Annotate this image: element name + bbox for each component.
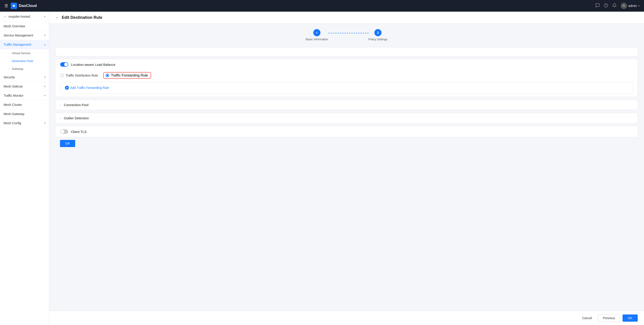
sidebar-item-destination-rule[interactable]: — Destination Rule: [0, 57, 49, 65]
sidebar-item-mesh-sidecar[interactable]: Mesh Sidecar ▾: [0, 82, 49, 91]
sidebar-item-traffic-monitor[interactable]: Traffic Monitor ▾: [0, 91, 49, 100]
hamburger-menu[interactable]: ☰: [4, 3, 8, 8]
user-chevron: ▾: [638, 4, 640, 8]
step-1-label: Basic Information: [306, 38, 328, 41]
step-1-circle: ✓: [313, 29, 320, 36]
mesh-config-chevron: ▾: [44, 122, 46, 125]
traffic-management-chevron: ▴: [44, 43, 46, 46]
traffic-monitor-chevron: ▾: [44, 94, 46, 97]
load-balance-section: Location-aware Load Balance Traffic Dist…: [56, 59, 638, 97]
client-tls-title: Client TLS: [71, 130, 86, 134]
step-connector: [328, 33, 368, 33]
page-back-button[interactable]: ←: [56, 16, 59, 20]
outlier-detection-header[interactable]: › Outlier Detection: [56, 113, 638, 123]
ok-button-inline[interactable]: OK: [60, 140, 75, 147]
connection-pool-chevron: ›: [60, 103, 61, 106]
page-title: Edit Destination Rule: [62, 15, 102, 20]
workspace-selector[interactable]: ← mspider-hosted ▾: [0, 12, 49, 22]
page-header: ← Edit Destination Rule: [49, 12, 644, 24]
step-2-circle: 2: [374, 29, 382, 36]
load-balance-toggle[interactable]: [60, 62, 68, 67]
cancel-button[interactable]: Cancel: [579, 314, 596, 322]
outlier-detection-chevron: ›: [60, 116, 61, 120]
top-navigation: ☰ DaoCloud ?: [0, 0, 644, 12]
back-arrow: ←: [4, 15, 7, 18]
add-rule-button[interactable]: + Add Traffic Forwarding Rule: [65, 86, 109, 90]
previous-button[interactable]: Previous: [598, 314, 620, 322]
page-footer: Cancel Previous OK: [49, 311, 644, 325]
connection-pool-header[interactable]: › Connection Pool: [56, 100, 638, 110]
step-2: 2 Policy Settings: [368, 29, 388, 41]
svg-text:?: ?: [605, 4, 607, 7]
sidebar-item-traffic-management[interactable]: Traffic Management ▴: [0, 40, 49, 49]
outlier-detection-section: › Outlier Detection: [56, 113, 638, 123]
radio-label-forwarding: Traffic Forwarding Rule: [111, 74, 148, 78]
sidebar-item-virtual-service[interactable]: — Virtual Service: [0, 49, 49, 57]
client-tls-section: Client TLS: [56, 126, 638, 137]
chat-icon[interactable]: [595, 3, 600, 9]
sidebar-item-security[interactable]: Security ▾: [0, 73, 49, 82]
main-area: ← Edit Destination Rule ✓ Basic Informat…: [49, 12, 644, 325]
logo-text: DaoCloud: [19, 4, 37, 8]
logo-icon: [11, 3, 17, 9]
sidebar-item-mesh-gateway[interactable]: Mesh Gateway: [0, 110, 49, 119]
workspace-chevron: ▾: [44, 15, 46, 18]
radio-traffic-forwarding-highlight[interactable]: Traffic Forwarding Rule: [104, 72, 151, 79]
step-2-label: Policy Settings: [368, 38, 388, 41]
radio-label-distribution: Traffic Distribution Rule: [66, 74, 98, 77]
nav-icons: ? admin ▾: [595, 3, 640, 9]
sidebar: ← mspider-hosted ▾ Mesh Overview Service…: [0, 12, 49, 325]
security-chevron: ▾: [44, 76, 46, 79]
radio-circle-forwarding: [106, 74, 109, 77]
connection-pool-title: Connection Pool: [64, 103, 88, 107]
user-name: admin: [628, 4, 637, 8]
service-management-chevron: ▾: [44, 34, 46, 37]
bell-icon[interactable]: [612, 3, 617, 9]
add-rule-plus-icon: +: [65, 86, 69, 90]
stepper: ✓ Basic Information 2 Policy Settings: [56, 29, 638, 41]
radio-group: Traffic Distribution Rule Traffic Forwar…: [56, 70, 638, 82]
sidebar-item-gateway[interactable]: — Gateway: [0, 65, 49, 73]
scroll-top-indicator: [56, 47, 638, 56]
sidebar-item-mesh-config[interactable]: Mesh Config ▾: [0, 119, 49, 128]
load-balance-header: Location-aware Load Balance: [56, 59, 638, 70]
footer-ok-button[interactable]: OK: [622, 314, 638, 322]
radio-traffic-distribution[interactable]: Traffic Distribution Rule: [60, 74, 98, 77]
sidebar-item-mesh-cluster[interactable]: Mesh Cluster: [0, 100, 49, 110]
sidebar-item-mesh-overview[interactable]: Mesh Overview: [0, 22, 49, 31]
add-rule-area[interactable]: + Add Traffic Forwarding Rule: [60, 82, 633, 94]
client-tls-header: Client TLS: [56, 126, 638, 137]
connection-pool-section: › Connection Pool: [56, 100, 638, 110]
help-icon[interactable]: ?: [604, 3, 608, 9]
mesh-sidecar-chevron: ▾: [44, 85, 46, 88]
step-1: ✓ Basic Information: [306, 29, 328, 41]
outlier-detection-title: Outlier Detection: [64, 116, 89, 120]
client-tls-toggle[interactable]: [60, 129, 68, 134]
user-avatar: [621, 3, 627, 9]
sidebar-item-service-management[interactable]: Service Management ▾: [0, 31, 49, 40]
radio-circle-distribution: [60, 74, 64, 77]
add-rule-label: Add Traffic Forwarding Rule: [70, 86, 109, 90]
page-content: ✓ Basic Information 2 Policy Settings Lo…: [49, 24, 644, 311]
load-balance-title: Location-aware Load Balance: [71, 63, 115, 66]
logo: DaoCloud: [11, 3, 37, 9]
svg-point-1: [13, 5, 14, 6]
workspace-label: mspider-hosted: [8, 15, 42, 18]
user-menu[interactable]: admin ▾: [621, 3, 640, 9]
